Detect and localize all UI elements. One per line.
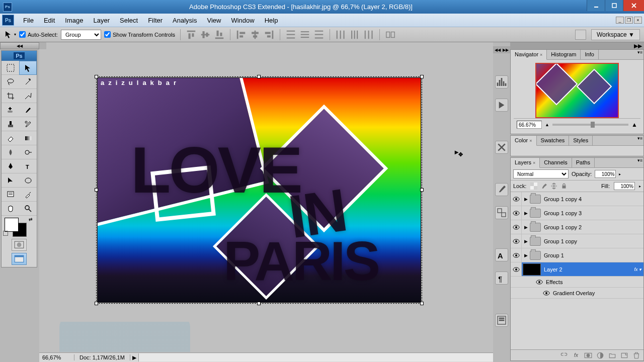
status-zoom[interactable]: 66,67% <box>39 354 74 360</box>
move-tool[interactable] <box>19 61 37 75</box>
expand-arrow-icon[interactable]: ▶ <box>522 197 530 202</box>
horizontal-scrollbar[interactable] <box>138 353 493 361</box>
workspace-button[interactable]: Workspace ▼ <box>591 29 640 40</box>
menu-analysis[interactable]: Analysis <box>168 15 202 26</box>
visibility-eye-icon[interactable] <box>543 291 550 296</box>
menu-filter[interactable]: Filter <box>143 15 168 26</box>
notes-tool[interactable] <box>2 188 19 202</box>
panels-collapse-handle[interactable]: ▶▶ <box>510 42 644 49</box>
navigator-zoom-slider[interactable] <box>552 124 628 126</box>
palette-well-icon[interactable] <box>575 30 586 40</box>
tab-swatches[interactable]: Swatches <box>537 136 570 145</box>
opacity-arrow-icon[interactable]: ▸ <box>619 172 621 176</box>
hand-tool[interactable] <box>2 202 19 216</box>
expand-arrow-icon[interactable]: ▶ <box>522 253 530 258</box>
layer-effect-item[interactable]: Gradient Overlay <box>511 288 643 299</box>
doc-close-button[interactable]: × <box>634 17 642 24</box>
layer-row-group[interactable]: ▶ Group 1 copy 4 <box>511 192 643 206</box>
link-layers-icon[interactable] <box>560 351 568 359</box>
tab-paths[interactable]: Paths <box>572 158 595 167</box>
menu-edit[interactable]: Edit <box>39 15 60 26</box>
type-tool[interactable]: T <box>19 159 37 173</box>
menu-window[interactable]: Window <box>226 15 259 26</box>
align-top-icon[interactable] <box>186 29 197 40</box>
dock-icon-clone-source[interactable] <box>495 206 508 219</box>
align-vcenter-icon[interactable] <box>200 29 211 40</box>
window-maximize-button[interactable] <box>605 0 623 11</box>
auto-select-checkbox[interactable]: Auto-Select: <box>19 31 58 38</box>
dock-icon-paragraph[interactable]: ¶ <box>495 272 508 285</box>
dodge-tool[interactable] <box>19 145 37 159</box>
doc-minimize-button[interactable]: _ <box>616 17 624 24</box>
opacity-input[interactable] <box>595 170 616 178</box>
zoom-out-icon[interactable]: ▲ <box>545 122 549 127</box>
status-doc-size[interactable]: Doc: 1,17M/26,1M <box>74 354 130 360</box>
layer-name[interactable]: Group 1 copy <box>544 238 643 244</box>
new-group-icon[interactable] <box>608 351 616 359</box>
toolbox-collapse-handle[interactable]: ◀◀ <box>0 42 39 49</box>
delete-layer-icon[interactable] <box>632 351 640 359</box>
dock-icon-layer-comps[interactable] <box>495 314 508 327</box>
layer-row-group[interactable]: ▶ Group 1 copy <box>511 234 643 248</box>
gradient-tool[interactable] <box>19 131 37 145</box>
blend-mode-select[interactable]: Normal <box>513 169 569 178</box>
layer-mask-icon[interactable] <box>584 351 592 359</box>
tab-info[interactable]: Info <box>581 50 598 59</box>
history-brush-tool[interactable] <box>19 117 37 131</box>
distribute-right-icon[interactable] <box>363 29 374 40</box>
distribute-left-icon[interactable] <box>335 29 346 40</box>
panel-menu-button[interactable]: ▾≡ <box>636 50 643 59</box>
eraser-tool[interactable] <box>2 131 19 145</box>
dock-icon-brushes[interactable] <box>495 183 508 196</box>
align-left-icon[interactable] <box>235 29 247 40</box>
crop-tool[interactable] <box>2 89 19 103</box>
foreground-color-swatch[interactable] <box>5 218 19 232</box>
show-transform-checkbox[interactable]: Show Transform Controls <box>104 31 175 38</box>
menu-help[interactable]: Help <box>260 15 283 26</box>
distribute-top-icon[interactable] <box>285 29 296 40</box>
dock-icon-tool-presets[interactable] <box>495 141 508 154</box>
auto-select-mode-select[interactable]: Group <box>61 30 101 40</box>
visibility-eye-icon[interactable] <box>513 253 520 258</box>
shape-tool[interactable] <box>19 173 37 188</box>
navigator-thumbnail[interactable] <box>535 63 619 118</box>
distribute-bottom-icon[interactable] <box>313 29 325 40</box>
layer-thumbnail[interactable] <box>523 263 541 276</box>
visibility-eye-icon[interactable] <box>513 267 520 272</box>
tab-channels[interactable]: Channels <box>540 158 572 167</box>
zoom-tool[interactable] <box>19 202 37 216</box>
panel-menu-button[interactable]: ▾≡ <box>636 136 643 145</box>
window-close-button[interactable] <box>623 0 644 11</box>
expand-arrow-icon[interactable]: ▶ <box>522 211 530 216</box>
quick-mask-mode-button[interactable] <box>12 239 27 251</box>
canvas-area[interactable]: LOVE IN PARIS azizulakbar ▸✥ 66,67% Doc:… <box>39 42 493 362</box>
tab-layers[interactable]: Layers× <box>511 158 540 168</box>
visibility-eye-icon[interactable] <box>513 211 520 216</box>
blur-tool[interactable] <box>2 145 19 159</box>
healing-brush-tool[interactable] <box>2 103 19 117</box>
pen-tool[interactable] <box>2 159 19 173</box>
menu-file[interactable]: File <box>18 15 39 26</box>
magic-wand-tool[interactable] <box>19 75 37 89</box>
tab-color[interactable]: Color× <box>511 136 537 146</box>
dock-icon-character[interactable]: A <box>495 248 508 261</box>
fill-input[interactable] <box>614 182 635 190</box>
adjustment-layer-icon[interactable] <box>596 351 604 359</box>
fx-badge-icon[interactable]: fx ▾ <box>634 267 641 272</box>
default-colors-icon[interactable] <box>3 231 8 236</box>
layer-row-group[interactable]: ▶ Group 1 copy 3 <box>511 206 643 220</box>
menu-image[interactable]: Image <box>60 15 88 26</box>
ps-logo-icon[interactable]: Ps <box>2 15 14 26</box>
align-bottom-icon[interactable] <box>214 29 225 40</box>
window-minimize-button[interactable] <box>587 0 605 11</box>
canvas-collapse-handle[interactable] <box>39 42 46 49</box>
dock-collapse-handle[interactable]: ◀◀ ▶▶ <box>493 46 510 53</box>
distribute-hcenter-icon[interactable] <box>349 29 360 40</box>
align-hcenter-icon[interactable] <box>250 29 261 40</box>
visibility-eye-icon[interactable] <box>513 197 520 202</box>
new-layer-icon[interactable] <box>620 351 628 359</box>
visibility-eye-icon[interactable] <box>536 280 543 285</box>
fill-arrow-icon[interactable]: ▸ <box>639 184 641 189</box>
marquee-tool[interactable] <box>2 61 19 75</box>
current-tool-icon[interactable]: ▾ <box>4 30 16 40</box>
